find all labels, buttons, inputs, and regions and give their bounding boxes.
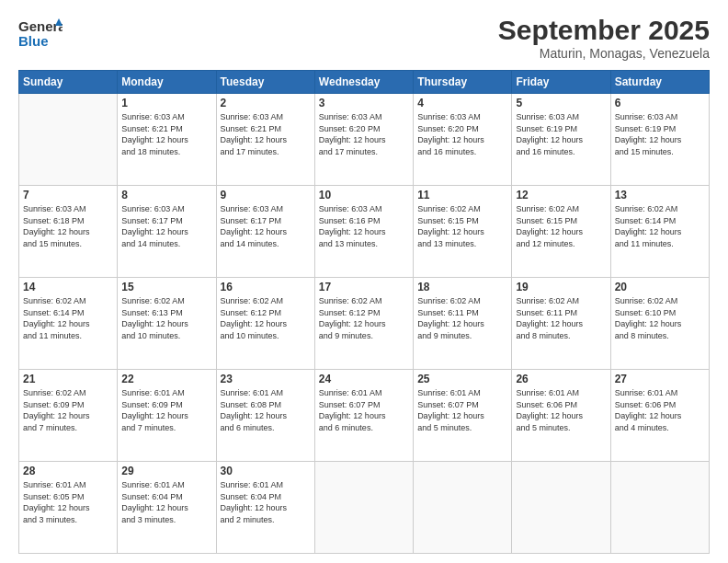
table-row: 18Sunrise: 6:02 AMSunset: 6:11 PMDayligh… xyxy=(414,278,512,370)
table-row: 15Sunrise: 6:02 AMSunset: 6:13 PMDayligh… xyxy=(118,278,216,370)
day-info: Sunrise: 6:03 AMSunset: 6:18 PMDaylight:… xyxy=(23,203,113,249)
day-number: 26 xyxy=(516,373,606,385)
header-wednesday: Wednesday xyxy=(314,71,413,94)
day-info: Sunrise: 6:03 AMSunset: 6:20 PMDaylight:… xyxy=(417,111,507,157)
table-row: 16Sunrise: 6:02 AMSunset: 6:12 PMDayligh… xyxy=(216,278,314,370)
header-saturday: Saturday xyxy=(610,71,709,94)
table-row: 28Sunrise: 6:01 AMSunset: 6:05 PMDayligh… xyxy=(19,462,118,554)
table-row: 25Sunrise: 6:01 AMSunset: 6:07 PMDayligh… xyxy=(414,370,512,462)
day-number: 6 xyxy=(615,97,705,109)
table-row: 27Sunrise: 6:01 AMSunset: 6:06 PMDayligh… xyxy=(610,370,709,462)
table-row xyxy=(414,462,512,554)
table-row xyxy=(610,462,709,554)
table-row: 21Sunrise: 6:02 AMSunset: 6:09 PMDayligh… xyxy=(19,370,118,462)
day-info: Sunrise: 6:02 AMSunset: 6:14 PMDaylight:… xyxy=(23,295,113,341)
table-row: 26Sunrise: 6:01 AMSunset: 6:06 PMDayligh… xyxy=(512,370,610,462)
day-info: Sunrise: 6:01 AMSunset: 6:06 PMDaylight:… xyxy=(516,387,606,433)
day-number: 28 xyxy=(23,465,113,477)
header-tuesday: Tuesday xyxy=(216,71,314,94)
table-row: 30Sunrise: 6:01 AMSunset: 6:04 PMDayligh… xyxy=(216,462,314,554)
day-info: Sunrise: 6:03 AMSunset: 6:17 PMDaylight:… xyxy=(221,203,311,249)
header-thursday: Thursday xyxy=(414,71,512,94)
day-info: Sunrise: 6:02 AMSunset: 6:15 PMDaylight:… xyxy=(516,203,606,249)
header-monday: Monday xyxy=(118,71,216,94)
day-info: Sunrise: 6:02 AMSunset: 6:14 PMDaylight:… xyxy=(615,203,705,249)
day-number: 2 xyxy=(221,97,311,109)
day-info: Sunrise: 6:03 AMSunset: 6:16 PMDaylight:… xyxy=(319,203,409,249)
day-number: 10 xyxy=(319,189,409,201)
day-number: 14 xyxy=(23,281,113,293)
day-number: 16 xyxy=(221,281,311,293)
day-info: Sunrise: 6:02 AMSunset: 6:12 PMDaylight:… xyxy=(221,295,311,341)
table-row: 14Sunrise: 6:02 AMSunset: 6:14 PMDayligh… xyxy=(19,278,118,370)
table-row: 24Sunrise: 6:01 AMSunset: 6:07 PMDayligh… xyxy=(314,370,413,462)
day-number: 5 xyxy=(516,97,606,109)
day-number: 12 xyxy=(516,189,606,201)
day-number: 7 xyxy=(23,189,113,201)
day-number: 3 xyxy=(319,97,409,109)
day-info: Sunrise: 6:03 AMSunset: 6:21 PMDaylight:… xyxy=(121,111,211,157)
table-row xyxy=(512,462,610,554)
calendar-week-row: 7Sunrise: 6:03 AMSunset: 6:18 PMDaylight… xyxy=(19,186,710,278)
table-row: 29Sunrise: 6:01 AMSunset: 6:04 PMDayligh… xyxy=(118,462,216,554)
table-row: 6Sunrise: 6:03 AMSunset: 6:19 PMDaylight… xyxy=(610,94,709,186)
day-number: 13 xyxy=(615,189,705,201)
calendar-week-row: 14Sunrise: 6:02 AMSunset: 6:14 PMDayligh… xyxy=(19,278,710,370)
day-info: Sunrise: 6:03 AMSunset: 6:19 PMDaylight:… xyxy=(516,111,606,157)
page: General Blue September 2025 Maturin, Mon… xyxy=(0,0,728,563)
day-info: Sunrise: 6:03 AMSunset: 6:17 PMDaylight:… xyxy=(121,203,211,249)
day-number: 11 xyxy=(417,189,507,201)
day-number: 30 xyxy=(221,465,311,477)
month-title: September 2025 xyxy=(498,15,710,46)
table-row: 20Sunrise: 6:02 AMSunset: 6:10 PMDayligh… xyxy=(610,278,709,370)
day-number: 20 xyxy=(615,281,705,293)
table-row: 12Sunrise: 6:02 AMSunset: 6:15 PMDayligh… xyxy=(512,186,610,278)
day-number: 15 xyxy=(121,281,211,293)
day-number: 8 xyxy=(121,189,211,201)
day-info: Sunrise: 6:01 AMSunset: 6:04 PMDaylight:… xyxy=(121,479,211,525)
day-info: Sunrise: 6:01 AMSunset: 6:04 PMDaylight:… xyxy=(221,479,311,525)
table-row: 4Sunrise: 6:03 AMSunset: 6:20 PMDaylight… xyxy=(414,94,512,186)
table-row: 13Sunrise: 6:02 AMSunset: 6:14 PMDayligh… xyxy=(610,186,709,278)
table-row: 23Sunrise: 6:01 AMSunset: 6:08 PMDayligh… xyxy=(216,370,314,462)
table-row: 17Sunrise: 6:02 AMSunset: 6:12 PMDayligh… xyxy=(314,278,413,370)
table-row: 19Sunrise: 6:02 AMSunset: 6:11 PMDayligh… xyxy=(512,278,610,370)
logo: General Blue xyxy=(18,15,63,55)
day-number: 22 xyxy=(121,373,211,385)
table-row: 22Sunrise: 6:01 AMSunset: 6:09 PMDayligh… xyxy=(118,370,216,462)
day-info: Sunrise: 6:02 AMSunset: 6:12 PMDaylight:… xyxy=(319,295,409,341)
header-sunday: Sunday xyxy=(19,71,118,94)
calendar-week-row: 21Sunrise: 6:02 AMSunset: 6:09 PMDayligh… xyxy=(19,370,710,462)
table-row xyxy=(19,94,118,186)
table-row: 8Sunrise: 6:03 AMSunset: 6:17 PMDaylight… xyxy=(118,186,216,278)
day-number: 21 xyxy=(23,373,113,385)
day-info: Sunrise: 6:03 AMSunset: 6:20 PMDaylight:… xyxy=(319,111,409,157)
day-number: 24 xyxy=(319,373,409,385)
table-row: 11Sunrise: 6:02 AMSunset: 6:15 PMDayligh… xyxy=(414,186,512,278)
day-info: Sunrise: 6:02 AMSunset: 6:11 PMDaylight:… xyxy=(417,295,507,341)
day-number: 1 xyxy=(121,97,211,109)
table-row: 10Sunrise: 6:03 AMSunset: 6:16 PMDayligh… xyxy=(314,186,413,278)
day-info: Sunrise: 6:02 AMSunset: 6:11 PMDaylight:… xyxy=(516,295,606,341)
table-row: 5Sunrise: 6:03 AMSunset: 6:19 PMDaylight… xyxy=(512,94,610,186)
day-number: 29 xyxy=(121,465,211,477)
calendar-week-row: 1Sunrise: 6:03 AMSunset: 6:21 PMDaylight… xyxy=(19,94,710,186)
table-row: 7Sunrise: 6:03 AMSunset: 6:18 PMDaylight… xyxy=(19,186,118,278)
calendar-table: Sunday Monday Tuesday Wednesday Thursday… xyxy=(18,70,710,554)
table-row: 3Sunrise: 6:03 AMSunset: 6:20 PMDaylight… xyxy=(314,94,413,186)
day-info: Sunrise: 6:02 AMSunset: 6:13 PMDaylight:… xyxy=(121,295,211,341)
day-info: Sunrise: 6:01 AMSunset: 6:07 PMDaylight:… xyxy=(319,387,409,433)
day-info: Sunrise: 6:02 AMSunset: 6:10 PMDaylight:… xyxy=(615,295,705,341)
day-number: 9 xyxy=(221,189,311,201)
table-row xyxy=(314,462,413,554)
logo-icon: General Blue xyxy=(18,15,63,52)
table-row: 2Sunrise: 6:03 AMSunset: 6:21 PMDaylight… xyxy=(216,94,314,186)
calendar-header-row: Sunday Monday Tuesday Wednesday Thursday… xyxy=(19,71,710,94)
header: General Blue September 2025 Maturin, Mon… xyxy=(18,15,710,61)
svg-text:General: General xyxy=(18,18,63,34)
day-number: 19 xyxy=(516,281,606,293)
day-info: Sunrise: 6:01 AMSunset: 6:09 PMDaylight:… xyxy=(121,387,211,433)
table-row: 9Sunrise: 6:03 AMSunset: 6:17 PMDaylight… xyxy=(216,186,314,278)
day-number: 23 xyxy=(221,373,311,385)
table-row: 1Sunrise: 6:03 AMSunset: 6:21 PMDaylight… xyxy=(118,94,216,186)
